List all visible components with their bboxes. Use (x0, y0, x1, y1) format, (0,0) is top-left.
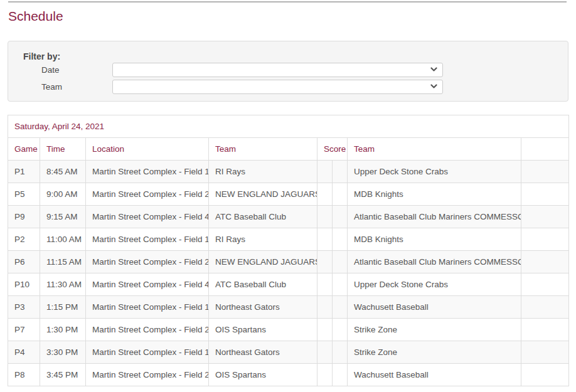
score1-cell (317, 319, 333, 341)
score1-cell (317, 364, 333, 386)
location-cell: Martin Street Complex - Field 2 (86, 319, 209, 341)
location-cell: Martin Street Complex - Field 2 (86, 183, 209, 206)
score1-cell (317, 251, 333, 273)
score1-cell (317, 228, 333, 251)
location-cell: Martin Street Complex - Field 4 (86, 206, 209, 228)
time-cell: 3:45 PM (40, 364, 86, 386)
team2-cell: MDB Knights (348, 228, 521, 251)
table-row: P59:00 AMMartin Street Complex - Field 2… (8, 183, 569, 206)
score1-cell (317, 296, 333, 319)
location-cell: Martin Street Complex - Field 1 (86, 228, 209, 251)
row-empty-cell (521, 341, 569, 364)
team1-cell: Northeast Gators (209, 341, 317, 364)
time-cell: 8:45 AM (40, 161, 86, 183)
top-divider (8, 1, 567, 3)
team1-cell: NEW ENGLAND JAGUARS (209, 183, 317, 206)
game-cell: P5 (8, 183, 40, 206)
row-empty-cell (521, 161, 569, 183)
team2-cell: Wachusett Baseball (348, 364, 521, 386)
score2-cell (333, 319, 348, 341)
filter-row-date: Date (8, 61, 568, 78)
filter-row-team: Team (8, 78, 568, 95)
team2-cell: Wachusett Baseball (348, 296, 521, 319)
team-filter-select[interactable] (112, 80, 443, 94)
score2-cell (333, 251, 348, 273)
time-cell: 9:15 AM (40, 206, 86, 228)
team2-cell: Strike Zone (348, 341, 521, 364)
column-header-score: Score (317, 138, 348, 161)
date-header: Saturday, April 24, 2021 (8, 115, 569, 138)
time-cell: 1:30 PM (40, 319, 86, 341)
schedule-table-body: P18:45 AMMartin Street Complex - Field 1… (8, 161, 569, 386)
row-empty-cell (521, 183, 569, 206)
table-row: P611:15 AMMartin Street Complex - Field … (8, 251, 569, 273)
team2-cell: MDB Knights (348, 183, 521, 206)
location-cell: Martin Street Complex - Field 2 (86, 364, 209, 386)
team1-cell: ATC Baseball Club (209, 273, 317, 296)
team2-cell: Upper Deck Stone Crabs (348, 161, 521, 183)
time-cell: 11:30 AM (40, 273, 86, 296)
column-header-location: Location (86, 138, 209, 161)
filter-legend: Filter by: (23, 51, 568, 61)
column-header-time: Time (40, 138, 86, 161)
location-cell: Martin Street Complex - Field 1 (86, 296, 209, 319)
date-header-row: Saturday, April 24, 2021 (8, 115, 569, 138)
schedule-table: Saturday, April 24, 2021 Game Time Locat… (8, 115, 569, 386)
time-cell: 1:15 PM (40, 296, 86, 319)
game-cell: P4 (8, 341, 40, 364)
table-row: P31:15 PMMartin Street Complex - Field 1… (8, 296, 569, 319)
page-title: Schedule (8, 9, 576, 24)
team1-cell: Northeast Gators (209, 296, 317, 319)
table-row: P43:30 PMMartin Street Complex - Field 1… (8, 341, 569, 364)
game-cell: P2 (8, 228, 40, 251)
table-row: P18:45 AMMartin Street Complex - Field 1… (8, 161, 569, 183)
team1-cell: NEW ENGLAND JAGUARS (209, 251, 317, 273)
score2-cell (333, 341, 348, 364)
team1-cell: ATC Baseball Club (209, 206, 317, 228)
table-row: P71:30 PMMartin Street Complex - Field 2… (8, 319, 569, 341)
date-filter-label: Date (41, 65, 112, 75)
column-header-empty (521, 138, 569, 161)
row-empty-cell (521, 296, 569, 319)
score2-cell (333, 296, 348, 319)
team2-cell: Atlantic Baseball Club Mariners COMMESSO (348, 206, 521, 228)
score2-cell (333, 183, 348, 206)
score2-cell (333, 228, 348, 251)
row-empty-cell (521, 206, 569, 228)
game-cell: P8 (8, 364, 40, 386)
team2-cell: Strike Zone (348, 319, 521, 341)
team1-cell: OIS Spartans (209, 319, 317, 341)
column-header-game: Game (8, 138, 40, 161)
table-row: P99:15 AMMartin Street Complex - Field 4… (8, 206, 569, 228)
row-empty-cell (521, 273, 569, 296)
time-cell: 3:30 PM (40, 341, 86, 364)
score1-cell (317, 273, 333, 296)
game-cell: P3 (8, 296, 40, 319)
game-cell: P9 (8, 206, 40, 228)
team1-cell: RI Rays (209, 228, 317, 251)
date-filter-select[interactable] (112, 63, 443, 77)
filter-panel: Filter by: Date Team (8, 41, 568, 102)
score2-cell (333, 273, 348, 296)
team1-cell: RI Rays (209, 161, 317, 183)
team1-cell: OIS Spartans (209, 364, 317, 386)
team-filter-wrap (112, 80, 443, 94)
score1-cell (317, 161, 333, 183)
column-header-row: Game Time Location Team Score Team (8, 138, 569, 161)
score2-cell (333, 206, 348, 228)
team-filter-label: Team (41, 82, 112, 92)
location-cell: Martin Street Complex - Field 2 (86, 251, 209, 273)
column-header-team2: Team (348, 138, 521, 161)
team2-cell: Upper Deck Stone Crabs (348, 273, 521, 296)
row-empty-cell (521, 251, 569, 273)
game-cell: P10 (8, 273, 40, 296)
score1-cell (317, 341, 333, 364)
table-row: P1011:30 AMMartin Street Complex - Field… (8, 273, 569, 296)
table-row: P211:00 AMMartin Street Complex - Field … (8, 228, 569, 251)
time-cell: 9:00 AM (40, 183, 86, 206)
score1-cell (317, 206, 333, 228)
score2-cell (333, 161, 348, 183)
location-cell: Martin Street Complex - Field 4 (86, 273, 209, 296)
row-empty-cell (521, 319, 569, 341)
game-cell: P6 (8, 251, 40, 273)
